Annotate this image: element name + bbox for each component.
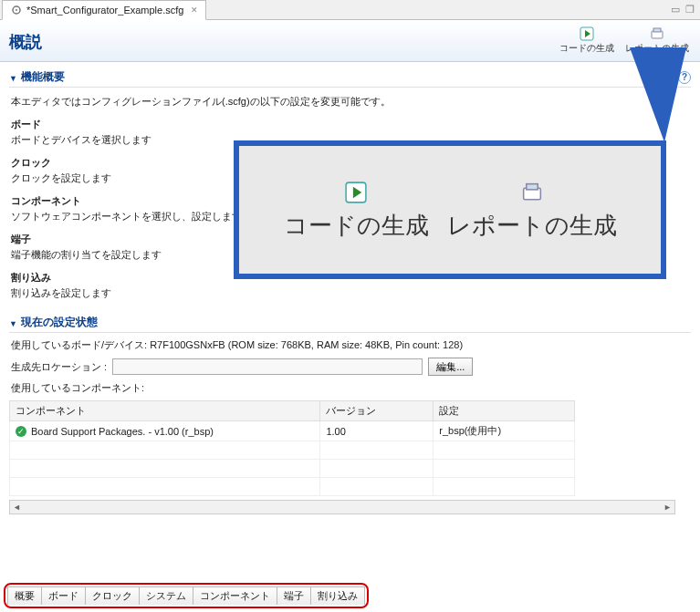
editor-tab[interactable]: *Smart_Configurator_Example.scfg ✕ <box>2 0 206 20</box>
report-gen-button[interactable]: レポートの生成 <box>623 24 691 57</box>
location-label: 生成先ロケーション : <box>11 360 107 374</box>
svg-rect-10 <box>526 183 537 189</box>
components-label: 使用しているコンポーネント: <box>11 381 689 395</box>
table-row <box>10 478 575 496</box>
svg-point-1 <box>16 9 17 11</box>
minimize-icon[interactable]: ▭ <box>671 4 680 16</box>
tab-interrupt[interactable]: 割り込み <box>311 586 365 605</box>
code-gen-label: コードの生成 <box>559 42 614 55</box>
tab-overview[interactable]: 概要 <box>7 586 42 605</box>
status-section-title: 現在の設定状態 <box>21 315 98 330</box>
scroll-left-icon[interactable]: ◄ <box>10 503 24 512</box>
overview-section-title: 機能概要 <box>21 69 65 85</box>
collapse-icon <box>9 71 17 84</box>
status-section-header[interactable]: 現在の設定状態 <box>9 313 691 333</box>
code-gen-icon <box>579 26 595 42</box>
browse-button[interactable]: 編集... <box>428 358 473 376</box>
board-device-line: 使用しているボード/デバイス: R7F100GSNxFB (ROM size: … <box>11 338 689 352</box>
overview-item-heading: ボード <box>11 118 689 131</box>
zoom-code-gen-label: コードの生成 <box>284 210 429 242</box>
report-gen-icon <box>649 26 665 42</box>
overview-section-header[interactable]: 機能概要 ? <box>9 67 691 88</box>
zoom-report-gen-button: レポートの生成 <box>447 179 617 242</box>
close-icon[interactable]: ✕ <box>191 5 198 15</box>
location-input[interactable] <box>112 358 423 375</box>
col-component: コンポーネント <box>10 401 320 421</box>
col-config: 設定 <box>434 401 575 421</box>
bottom-tabs-group: 概要 ボード クロック システム コンポーネント 端子 割り込み <box>4 583 369 608</box>
collapse-icon <box>9 316 17 329</box>
svg-rect-5 <box>653 28 661 32</box>
header-row: 概説 コードの生成 レポートの生成 <box>0 20 700 62</box>
help-icon[interactable]: ? <box>678 71 691 84</box>
maximize-icon[interactable]: ❐ <box>685 4 695 16</box>
tab-clock[interactable]: クロック <box>86 586 140 605</box>
zoom-code-gen-button: コードの生成 <box>284 179 429 242</box>
tab-system[interactable]: システム <box>140 586 193 605</box>
zoom-report-gen-label: レポートの生成 <box>447 210 617 242</box>
tab-component[interactable]: コンポーネント <box>193 586 277 605</box>
editor-tab-bar: *Smart_Configurator_Example.scfg ✕ ▭ ❐ <box>0 0 700 20</box>
component-name: Board Support Packages. - v1.00 (r_bsp) <box>31 426 214 437</box>
tab-pin[interactable]: 端子 <box>277 586 311 605</box>
report-gen-icon <box>518 179 546 206</box>
horizontal-scrollbar[interactable]: ◄ ► <box>9 500 675 514</box>
table-row <box>10 460 575 478</box>
gear-icon <box>10 4 23 16</box>
components-table: コンポーネント バージョン 設定 ✓ Board Support Package… <box>9 400 575 496</box>
page-title: 概説 <box>9 31 42 53</box>
editor-tab-filename: *Smart_Configurator_Example.scfg <box>26 5 183 16</box>
overview-intro: 本エディタではコンフィグレーションファイル(.scfg)の以下の設定を変更可能で… <box>11 95 689 109</box>
tab-board[interactable]: ボード <box>42 586 86 605</box>
code-gen-icon <box>342 179 370 206</box>
table-row[interactable]: ✓ Board Support Packages. - v1.00 (r_bsp… <box>10 421 575 441</box>
table-row <box>10 441 575 460</box>
overview-item-desc: 割り込みを設定します <box>11 286 689 300</box>
zoom-callout: コードの生成 レポートの生成 <box>234 140 666 279</box>
content-area: 機能概要 ? 本エディタではコンフィグレーションファイル(.scfg)の以下の設… <box>0 62 700 573</box>
component-config: r_bsp(使用中) <box>434 421 575 441</box>
check-icon: ✓ <box>16 426 26 437</box>
component-version: 1.00 <box>320 421 434 441</box>
code-gen-button[interactable]: コードの生成 <box>558 24 616 57</box>
report-gen-label: レポートの生成 <box>625 42 689 55</box>
scroll-right-icon[interactable]: ► <box>661 503 674 512</box>
col-version: バージョン <box>320 401 434 421</box>
